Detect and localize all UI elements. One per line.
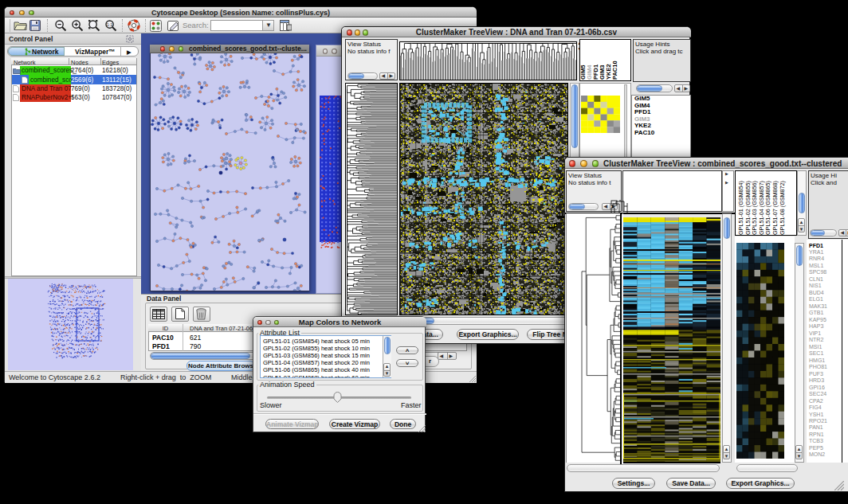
svg-text:1:1: 1:1	[107, 22, 113, 27]
svg-text:PAC10: PAC10	[611, 61, 618, 80]
svg-text:GPL51-08 (GSM872): GPL51-08 (GSM872)	[779, 181, 786, 235]
